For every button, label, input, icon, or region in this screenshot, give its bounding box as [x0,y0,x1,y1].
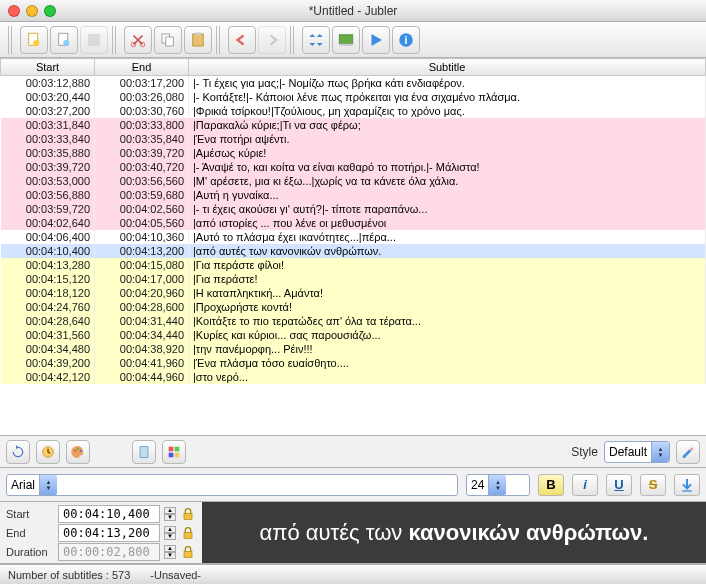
table-row[interactable]: 00:03:27,20000:03:30,760|Φρικιά τσίρκου!… [1,104,706,118]
cell-subtitle: |Για περάστε φίλοι! [189,258,706,272]
column-start[interactable]: Start [1,59,95,76]
cell-end: 00:04:28,600 [95,300,189,314]
cell-start: 00:03:35,880 [1,146,95,160]
table-row[interactable]: 00:03:12,88000:03:17,200|- Τι έχεις για … [1,76,706,91]
cell-end: 00:04:17,000 [95,272,189,286]
duration-spinner[interactable]: ▲▼ [164,545,176,559]
palette-button[interactable] [66,440,90,464]
table-row[interactable]: 00:03:39,72000:03:40,720|- Άναψέ το, και… [1,160,706,174]
window-minimize-button[interactable] [26,5,38,17]
cell-start: 00:03:20,440 [1,90,95,104]
table-row[interactable]: 00:04:39,20000:04:41,960|Ένα πλάσμα τόσο… [1,356,706,370]
italic-button[interactable]: i [572,474,598,496]
start-time-spinner[interactable]: ▲▼ [164,507,176,521]
copy-button[interactable] [154,26,182,54]
svg-rect-20 [169,446,174,451]
table-row[interactable]: 00:04:10,40000:04:13,200|από αυτές των κ… [1,244,706,258]
window-maximize-button[interactable] [44,5,56,17]
table-row[interactable]: 00:03:33,84000:03:35,840|Ένα ποτήρι αψέν… [1,132,706,146]
undo-button[interactable] [228,26,256,54]
save-status: -Unsaved- [150,569,201,581]
table-row[interactable]: 00:03:59,72000:04:02,560|- τι έχεις ακού… [1,202,706,216]
cell-end: 00:03:40,720 [95,160,189,174]
lock-icon[interactable] [180,506,196,522]
end-time-spinner[interactable]: ▲▼ [164,526,176,540]
toolbar-grip [8,26,14,54]
cell-start: 00:04:39,200 [1,356,95,370]
sort-button[interactable] [302,26,330,54]
font-size-select[interactable]: 24 [466,474,530,496]
svg-rect-11 [339,34,353,43]
download-arrow-button[interactable] [674,474,700,496]
start-time-field[interactable]: 00:04:10,400 [58,505,160,523]
play-button[interactable] [362,26,390,54]
style-label: Style [571,445,598,459]
strike-button[interactable]: S [640,474,666,496]
table-row[interactable]: 00:03:56,88000:03:59,680|Αυτή η γυναίκα.… [1,188,706,202]
cell-end: 00:04:38,920 [95,342,189,356]
new-file-button[interactable] [20,26,48,54]
cell-start: 00:03:33,840 [1,132,95,146]
table-row[interactable]: 00:04:24,76000:04:28,600|Προχωρήστε κοντ… [1,300,706,314]
table-row[interactable]: 00:04:34,48000:04:38,920|την πανέμορφη..… [1,342,706,356]
table-row[interactable]: 00:04:18,12000:04:20,960|Η καταπληκτική.… [1,286,706,300]
cell-end: 00:03:33,800 [95,118,189,132]
svg-rect-10 [195,32,201,35]
table-row[interactable]: 00:03:35,88000:03:39,720|Αμέσως κύριε! [1,146,706,160]
clock-button[interactable] [36,440,60,464]
duration-field: 00:00:02,800 [58,543,160,561]
paste-button[interactable] [184,26,212,54]
bold-button[interactable]: B [538,474,564,496]
svg-rect-21 [175,446,180,451]
table-row[interactable]: 00:03:31,84000:03:33,800|Παρακαλώ κύριε;… [1,118,706,132]
cell-end: 00:03:59,680 [95,188,189,202]
cell-end: 00:04:44,960 [95,370,189,384]
font-size-value: 24 [471,478,484,492]
cell-start: 00:04:28,640 [1,314,95,328]
lock-icon[interactable] [180,544,196,560]
grid-button[interactable] [162,440,186,464]
table-row[interactable]: 00:04:15,12000:04:17,000|Για περάστε! [1,272,706,286]
info-button[interactable]: i [392,26,420,54]
table-row[interactable]: 00:04:42,12000:04:44,960|στο νερό... [1,370,706,384]
new-child-button[interactable] [50,26,78,54]
end-time-field[interactable]: 00:04:13,200 [58,524,160,542]
subtitle-count-label: Number of subtitles : [8,569,112,581]
subtitle-preview[interactable]: από αυτές των κανονικών ανθρώπων. [202,502,706,563]
cell-start: 00:03:27,200 [1,104,95,118]
cell-end: 00:03:39,720 [95,146,189,160]
save-button[interactable] [80,26,108,54]
table-row[interactable]: 00:04:06,40000:04:10,360|Αυτό το πλάσμα … [1,230,706,244]
table-row[interactable]: 00:03:53,00000:03:56,560|Μ' αρέσετε, μια… [1,174,706,188]
table-row[interactable]: 00:03:20,44000:03:26,080|- Κοιτάξτε!|- Κ… [1,90,706,104]
window-close-button[interactable] [8,5,20,17]
rotate-button[interactable] [6,440,30,464]
subtitle-table-wrap[interactable]: Start End Subtitle 00:03:12,88000:03:17,… [0,58,706,436]
lock-icon[interactable] [180,525,196,541]
table-row[interactable]: 00:04:31,56000:04:34,440|Κυρίες και κύρι… [1,328,706,342]
table-row[interactable]: 00:04:13,28000:04:15,080|Για περάστε φίλ… [1,258,706,272]
cut-button[interactable] [124,26,152,54]
table-row[interactable]: 00:04:28,64000:04:31,440|Κοιτάξτε το πιο… [1,314,706,328]
clipboard-button[interactable] [132,440,156,464]
style-select[interactable]: Default [604,441,670,463]
cell-subtitle: |Ένα ποτήρι αψέντι. [189,132,706,146]
svg-point-1 [33,40,39,46]
redo-button[interactable] [258,26,286,54]
time-panel: Start 00:04:10,400 ▲▼ End 00:04:13,200 ▲… [0,502,202,563]
font-family-select[interactable]: Arial [6,474,458,496]
table-row[interactable]: 00:04:02,64000:04:05,560|από ιστορίες ..… [1,216,706,230]
cell-subtitle: |- Άναψέ το, και κοίτα να είναι καθαρό τ… [189,160,706,174]
column-end[interactable]: End [95,59,189,76]
cell-subtitle: |Αυτή η γυναίκα... [189,188,706,202]
edit-style-button[interactable] [676,440,700,464]
cell-start: 00:03:59,720 [1,202,95,216]
cell-start: 00:04:34,480 [1,342,95,356]
preview-button[interactable] [332,26,360,54]
cell-start: 00:03:39,720 [1,160,95,174]
svg-rect-9 [193,34,204,46]
underline-button[interactable]: U [606,474,632,496]
cell-subtitle: |Κοιτάξτε το πιο τερατώδες απ' όλα τα τέ… [189,314,706,328]
subtitle-table: Start End Subtitle 00:03:12,88000:03:17,… [0,58,706,384]
column-subtitle[interactable]: Subtitle [189,59,706,76]
